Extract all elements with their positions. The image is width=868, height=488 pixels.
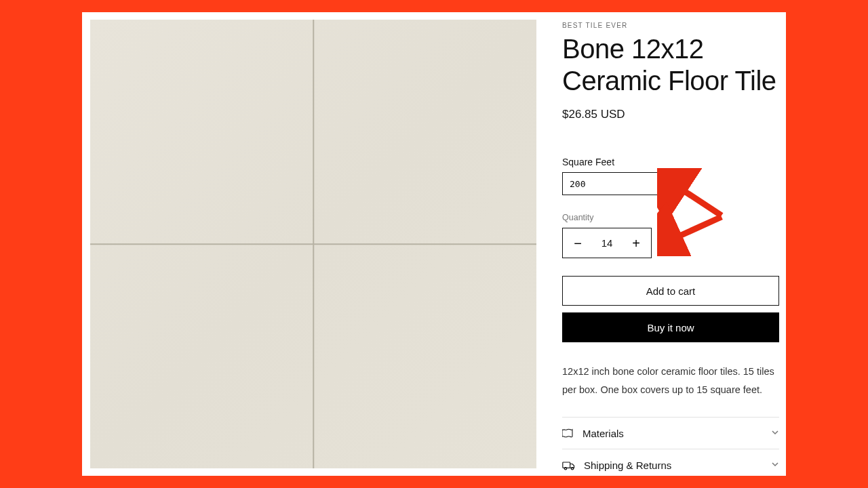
leather-icon — [562, 427, 574, 439]
vendor-name: BEST TILE EVER — [562, 22, 779, 29]
sqft-input[interactable] — [562, 172, 671, 195]
quantity-value: 14 — [593, 228, 621, 258]
accordion-materials[interactable]: Materials — [562, 418, 779, 449]
add-to-cart-button[interactable]: Add to cart — [562, 276, 779, 306]
chevron-down-icon — [771, 428, 779, 439]
product-page: BEST TILE EVER Bone 12x12 Ceramic Floor … — [82, 12, 786, 476]
frame-background: BEST TILE EVER Bone 12x12 Ceramic Floor … — [0, 0, 868, 488]
accordion-label: Shipping & Returns — [584, 460, 763, 471]
accordion-shipping[interactable]: Shipping & Returns — [562, 449, 779, 481]
accordion: Materials Shipping & Returns — [562, 417, 779, 481]
sqft-label: Square Feet — [562, 157, 779, 167]
svg-rect-0 — [563, 462, 570, 468]
svg-point-2 — [571, 467, 573, 469]
product-description: 12x12 inch bone color ceramic floor tile… — [562, 363, 779, 399]
product-image[interactable] — [90, 20, 536, 468]
product-title: Bone 12x12 Ceramic Floor Tile — [562, 33, 779, 97]
quantity-stepper: − 14 + — [562, 228, 652, 258]
svg-point-1 — [564, 467, 566, 469]
chevron-down-icon — [771, 460, 779, 470]
buy-now-button[interactable]: Buy it now — [562, 312, 779, 342]
accordion-label: Materials — [583, 428, 763, 439]
product-details: BEST TILE EVER Bone 12x12 Ceramic Floor … — [536, 12, 791, 476]
quantity-increase-button[interactable]: + — [621, 228, 651, 258]
quantity-label: Quantity — [562, 213, 779, 222]
truck-icon — [562, 460, 576, 472]
quantity-decrease-button[interactable]: − — [563, 228, 593, 258]
product-price: $26.85 USD — [562, 108, 779, 121]
